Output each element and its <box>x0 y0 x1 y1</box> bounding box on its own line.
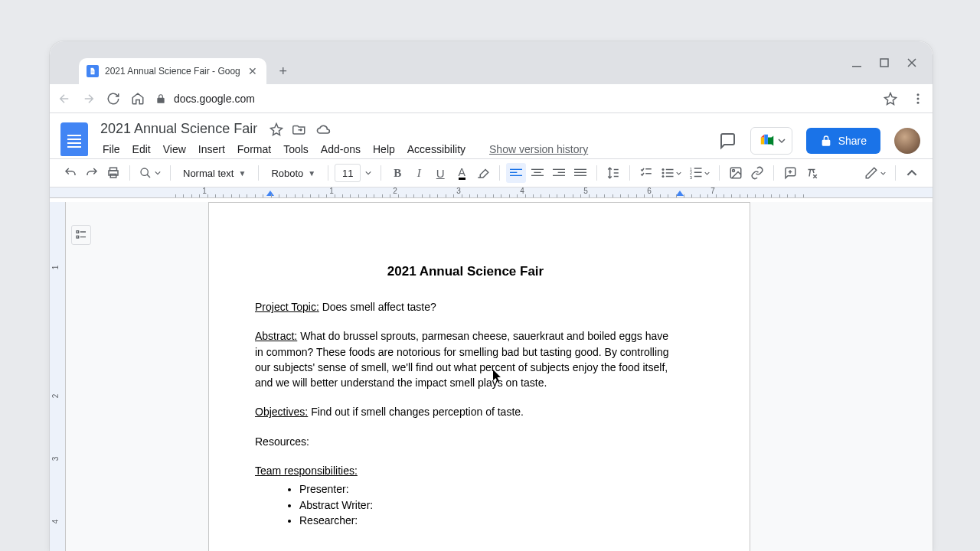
browser-tab[interactable]: 2021 Annual Science Fair - Goog ✕ <box>79 58 266 84</box>
bold-button[interactable]: B <box>387 163 407 183</box>
svg-point-2 <box>917 93 920 96</box>
font-select[interactable]: Roboto▼ <box>265 168 322 179</box>
share-button[interactable]: Share <box>806 128 880 154</box>
user-avatar[interactable] <box>894 128 920 154</box>
line-spacing-button[interactable] <box>603 163 623 183</box>
maximize-icon[interactable] <box>877 56 891 70</box>
svg-rect-10 <box>510 172 517 173</box>
mouse-cursor-icon <box>493 370 504 383</box>
nav-back-icon[interactable] <box>57 92 71 106</box>
list-item: Researcher: <box>299 513 676 528</box>
menu-accessibility[interactable]: Accessibility <box>402 140 471 158</box>
svg-rect-30 <box>694 168 702 169</box>
text-color-button[interactable]: A <box>452 163 472 183</box>
window-controls <box>850 41 925 84</box>
docs-favicon <box>87 65 99 77</box>
svg-rect-25 <box>666 172 674 174</box>
collapse-toolbar-button[interactable] <box>902 163 922 183</box>
svg-rect-18 <box>574 169 586 170</box>
editing-mode-button[interactable] <box>861 163 889 183</box>
comments-icon[interactable] <box>718 132 737 150</box>
align-left-button[interactable] <box>506 163 526 183</box>
home-icon[interactable] <box>131 92 145 106</box>
meet-button[interactable] <box>750 127 792 155</box>
canvas-area: 1 2 3 4 2021 Annual Science Fair Project… <box>50 202 933 551</box>
svg-rect-20 <box>574 175 586 176</box>
omnibox[interactable]: docs.google.com <box>155 93 873 105</box>
undo-button[interactable] <box>60 163 80 183</box>
print-button[interactable] <box>103 163 123 183</box>
docs-logo-icon[interactable] <box>60 122 88 156</box>
menu-tools[interactable]: Tools <box>278 140 314 158</box>
svg-rect-9 <box>510 169 522 170</box>
align-center-button[interactable] <box>528 163 547 183</box>
highlight-button[interactable] <box>473 163 493 183</box>
menu-bar: File Edit View Insert Format Tools Add-o… <box>97 140 718 158</box>
bookmark-star-icon[interactable] <box>884 92 897 106</box>
menu-view[interactable]: View <box>158 140 191 158</box>
align-justify-button[interactable] <box>570 163 590 183</box>
document-outline-button[interactable] <box>71 225 91 245</box>
svg-text:3: 3 <box>690 175 693 180</box>
font-size-caret[interactable] <box>362 163 374 183</box>
indent-marker-right[interactable] <box>676 191 684 196</box>
doc-heading: 2021 Annual Science Fair <box>255 264 676 279</box>
version-history-link[interactable]: Show version history <box>489 143 588 155</box>
browser-menu-icon[interactable] <box>911 92 925 106</box>
svg-rect-12 <box>531 169 544 170</box>
svg-point-23 <box>662 175 665 178</box>
svg-point-34 <box>733 170 735 172</box>
docs-header: 2021 Annual Science Fair File Edit View … <box>50 113 933 158</box>
menu-help[interactable]: Help <box>368 140 400 158</box>
underline-button[interactable]: U <box>430 163 450 183</box>
zoom-button[interactable] <box>136 163 164 183</box>
team-label: Team responsibilities: <box>255 463 676 478</box>
svg-rect-36 <box>77 236 79 238</box>
numbered-list-button[interactable]: 123 <box>686 163 713 183</box>
address-bar: docs.google.com <box>50 84 933 113</box>
svg-point-21 <box>662 168 665 171</box>
checklist-button[interactable] <box>636 163 656 183</box>
redo-button[interactable] <box>82 163 102 183</box>
team-list: Presenter: Abstract Writer: Researcher: <box>255 481 676 528</box>
svg-rect-26 <box>666 176 674 178</box>
cloud-status-icon[interactable] <box>315 122 331 137</box>
svg-point-22 <box>662 172 665 174</box>
toolbar: Normal text▼ Roboto▼ 11 B I U A 123 <box>50 158 933 187</box>
list-item: Abstract Writer: <box>299 497 676 513</box>
document-title[interactable]: 2021 Annual Science Fair <box>97 119 260 139</box>
insert-image-button[interactable] <box>726 163 746 183</box>
new-tab-button[interactable]: + <box>273 60 294 82</box>
lock-icon <box>820 135 832 147</box>
align-right-button[interactable] <box>549 163 569 183</box>
svg-rect-16 <box>558 172 565 173</box>
horizontal-ruler[interactable]: 11234567 <box>50 187 933 198</box>
menu-format[interactable]: Format <box>232 140 276 158</box>
clear-format-button[interactable] <box>802 163 822 183</box>
close-window-icon[interactable] <box>905 56 919 70</box>
lock-icon <box>155 93 166 104</box>
reload-icon[interactable] <box>106 92 120 106</box>
insert-link-button[interactable] <box>747 163 767 183</box>
star-icon[interactable] <box>270 122 283 136</box>
close-tab-icon[interactable]: ✕ <box>247 64 259 78</box>
menu-edit[interactable]: Edit <box>127 140 156 158</box>
objectives-line: Objectives: Find out if smell changes pe… <box>255 404 676 419</box>
document-page[interactable]: 2021 Annual Science Fair Project Topic: … <box>208 202 750 551</box>
style-select[interactable]: Normal text▼ <box>177 168 252 179</box>
minimize-icon[interactable] <box>850 56 864 70</box>
move-icon[interactable] <box>292 122 306 136</box>
svg-rect-1 <box>880 59 888 67</box>
bullet-list-button[interactable] <box>658 163 684 183</box>
menu-file[interactable]: File <box>97 140 126 158</box>
italic-button[interactable]: I <box>409 163 429 183</box>
tab-title: 2021 Annual Science Fair - Goog <box>105 66 240 77</box>
resources-line: Resources: <box>255 434 676 449</box>
tabstrip: 2021 Annual Science Fair - Goog ✕ + <box>50 41 933 84</box>
add-comment-button[interactable] <box>780 163 800 183</box>
menu-insert[interactable]: Insert <box>193 140 230 158</box>
menu-addons[interactable]: Add-ons <box>315 140 366 158</box>
font-size-input[interactable]: 11 <box>335 164 361 182</box>
vertical-ruler[interactable]: 1 2 3 4 <box>50 202 66 551</box>
nav-forward-icon[interactable] <box>82 92 96 106</box>
